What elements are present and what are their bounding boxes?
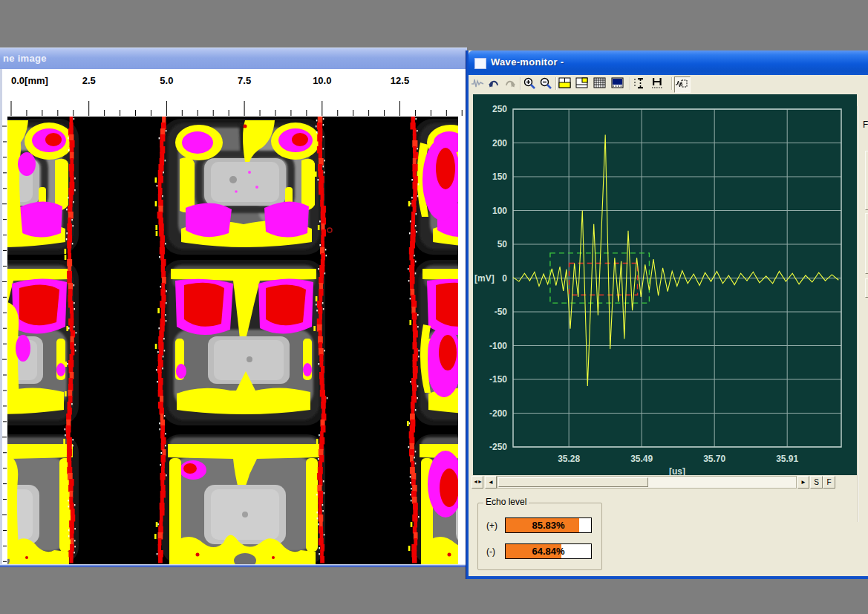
redo-icon[interactable]	[503, 76, 518, 91]
s-button[interactable]: S	[810, 476, 823, 489]
x-tick-label: 35.70	[703, 454, 725, 464]
toolbar-separator	[555, 77, 557, 90]
y-tick-label: 50	[497, 239, 508, 249]
image-window-titlebar[interactable]: ne image	[0, 48, 467, 70]
window-icon	[474, 58, 486, 69]
toolbar-separator	[520, 77, 521, 90]
side-panel-button[interactable]	[865, 151, 868, 210]
grid-icon[interactable]	[593, 76, 608, 91]
right-side-panel: F	[858, 76, 868, 573]
echo-minus-value: 64.84%	[506, 546, 591, 557]
echo-minus-bar: 64.84%	[505, 543, 592, 559]
fit-button[interactable]: ◄►	[471, 476, 483, 489]
echo-level-group	[477, 503, 602, 570]
wave-gate-icon[interactable]	[674, 76, 691, 93]
echo-plus-label: (+)	[486, 520, 497, 531]
echo-plus-value: 85.83%	[506, 520, 591, 531]
ruler-label: 0.0[mm]	[11, 75, 48, 86]
wave-monitor-title: Wave-monitor -	[491, 56, 564, 68]
x-tick-label: 35.91	[776, 454, 798, 464]
panel-groove	[858, 106, 859, 522]
y-tick-label: 250	[492, 104, 507, 114]
pane-bottom-yellow-icon[interactable]	[558, 76, 573, 91]
pane-corner-yellow-icon[interactable]	[575, 76, 590, 91]
toolbar-separator	[671, 77, 673, 90]
f-button[interactable]: F	[823, 476, 835, 489]
zoom-out-icon[interactable]	[539, 76, 554, 91]
image-window: ne image 0.0[mm]2.55.07.510.012.5	[0, 48, 467, 567]
wave-monitor-titlebar[interactable]: Wave-monitor -	[469, 50, 868, 75]
acoustic-image[interactable]	[7, 117, 458, 564]
toolbar-separator	[630, 77, 631, 90]
side-panel-label: F	[863, 120, 868, 130]
x-tick-label: 35.49	[630, 454, 653, 464]
ruler-label: 12.5	[391, 75, 409, 86]
wave-monitor-window: Wave-monitor - 250200150100500-50-100-15…	[466, 50, 868, 579]
undo-icon[interactable]	[487, 76, 502, 91]
vertical-gate-icon[interactable]	[633, 76, 647, 91]
ruler-label: 10.0	[313, 75, 331, 86]
scroll-right-button[interactable]: ►	[797, 476, 809, 489]
echo-plus-bar: 85.83%	[505, 517, 592, 533]
ruler-label: 5.0	[160, 75, 173, 86]
waveform-icon[interactable]	[471, 76, 486, 91]
horizontal-gate-icon[interactable]	[650, 76, 665, 91]
y-tick-label: -100	[489, 341, 507, 351]
image-window-bottom-edge	[0, 564, 467, 567]
image-window-title: ne image	[3, 53, 47, 64]
scrollbar-thumb[interactable]	[498, 477, 648, 487]
x-axis-label: [us]	[669, 466, 685, 475]
scroll-left-button[interactable]: ◄	[485, 476, 497, 489]
ruler-label: 7.5	[238, 75, 251, 86]
echo-level-label: Echo level	[483, 497, 529, 507]
y-tick-label: 100	[492, 206, 507, 216]
dark-pane-icon[interactable]	[611, 76, 626, 91]
image-window-left-edge	[0, 69, 2, 564]
y-tick-label: 0	[502, 273, 507, 284]
y-tick-label: 150	[492, 172, 507, 182]
zoom-in-icon[interactable]	[523, 76, 538, 91]
y-tick-label: -150	[489, 374, 507, 385]
waveform-plot[interactable]: 250200150100500-50-100-150-200-25035.283…	[473, 94, 857, 475]
y-tick-label: -250	[489, 442, 507, 452]
side-panel-button[interactable]	[865, 213, 868, 274]
side-panel-button[interactable]	[865, 278, 868, 298]
y-tick-label: -200	[489, 408, 507, 419]
plot-scrollbar: ◄► ◄ ► S F	[469, 476, 868, 489]
y-tick-label: -50	[495, 307, 508, 317]
y-axis-label: [mV]	[474, 273, 495, 284]
horizontal-ruler: 0.0[mm]2.55.07.510.012.5	[0, 69, 467, 117]
scrollbar-track[interactable]	[497, 476, 797, 489]
x-tick-label: 35.28	[558, 454, 580, 464]
wave-toolbar	[469, 75, 868, 93]
y-tick-label: 200	[492, 138, 507, 148]
echo-minus-label: (-)	[486, 546, 495, 557]
ruler-label: 2.5	[82, 75, 96, 86]
